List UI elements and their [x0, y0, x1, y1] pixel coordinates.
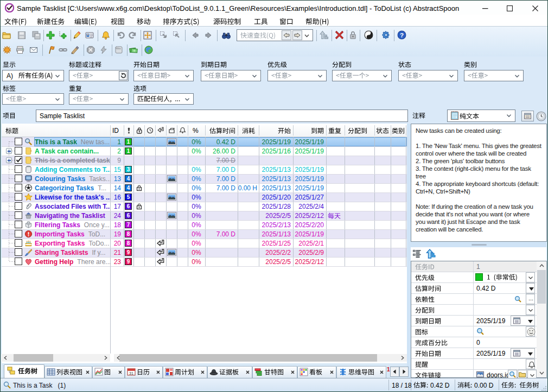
- svg-text:31: 31: [129, 371, 133, 375]
- svg-text:?: ?: [400, 31, 404, 38]
